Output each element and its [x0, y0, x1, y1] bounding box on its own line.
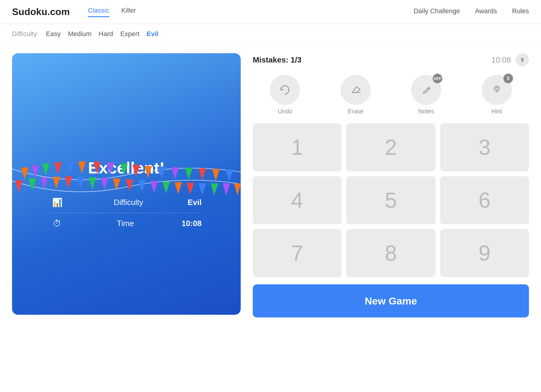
svg-marker-35: [234, 183, 241, 195]
diff-hard[interactable]: Hard: [99, 30, 113, 38]
svg-marker-19: [41, 177, 48, 189]
svg-marker-20: [53, 177, 60, 189]
new-game-button[interactable]: New Game: [253, 284, 529, 317]
svg-marker-24: [101, 178, 108, 190]
undo-circle: [270, 75, 300, 105]
hint-circle: 3: [482, 75, 512, 105]
nav-rules[interactable]: Rules: [512, 7, 529, 17]
diff-easy[interactable]: Easy: [46, 30, 61, 38]
nav-classic[interactable]: Classic: [88, 7, 109, 17]
svg-marker-27: [138, 180, 146, 192]
timer-display: 10:08: [491, 55, 511, 65]
svg-marker-2: [42, 164, 50, 176]
undo-tool[interactable]: Undo: [253, 75, 317, 115]
mistakes-display: Mistakes: 1/3: [253, 55, 491, 65]
svg-marker-32: [199, 183, 206, 195]
svg-marker-5: [78, 161, 86, 173]
svg-marker-26: [126, 179, 133, 191]
celebration-panel: Excellent! 📊 Difficulty Evil ⏱ Time 10:0…: [12, 53, 241, 315]
svg-marker-6: [93, 162, 101, 174]
svg-marker-34: [223, 183, 230, 195]
svg-marker-12: [172, 167, 179, 179]
number-6[interactable]: 6: [440, 176, 529, 224]
number-2[interactable]: 2: [346, 123, 435, 171]
number-5[interactable]: 5: [346, 176, 435, 224]
undo-label: Undo: [278, 108, 292, 115]
svg-marker-16: [226, 170, 233, 182]
svg-marker-23: [89, 177, 96, 189]
svg-marker-31: [187, 183, 194, 195]
svg-marker-28: [150, 181, 158, 193]
number-4[interactable]: 4: [253, 176, 342, 224]
diff-expert[interactable]: Expert: [120, 30, 140, 38]
svg-marker-10: [144, 166, 152, 178]
svg-marker-15: [212, 169, 220, 181]
right-panel: Mistakes: 1/3 10:08 ⏸ Undo: [253, 53, 529, 317]
svg-marker-22: [77, 177, 84, 189]
svg-line-37: [428, 88, 429, 90]
hint-badge: 3: [503, 74, 513, 83]
erase-tool[interactable]: Erase: [323, 75, 388, 115]
nav-awards[interactable]: Awards: [475, 7, 497, 17]
erase-label: Erase: [348, 108, 363, 115]
svg-marker-25: [113, 179, 120, 191]
nav-right: Daily Challenge Awards Rules: [414, 7, 529, 17]
diff-medium[interactable]: Medium: [68, 30, 91, 38]
svg-marker-13: [185, 168, 193, 180]
difficulty-bar: Difficulty: Easy Medium Hard Expert Evil: [0, 24, 541, 44]
erase-icon: [349, 84, 362, 96]
pause-button[interactable]: ⏸: [516, 53, 529, 66]
number-1[interactable]: 1: [253, 123, 342, 171]
notes-tool[interactable]: OFF Notes: [394, 75, 459, 115]
erase-circle: [341, 75, 371, 105]
diff-evil[interactable]: Evil: [147, 30, 158, 38]
hint-tool[interactable]: 3 Hint: [465, 75, 529, 115]
number-8[interactable]: 8: [346, 229, 435, 277]
difficulty-prefix: Difficulty:: [12, 30, 39, 38]
svg-marker-3: [54, 162, 62, 174]
hint-label: Hint: [491, 108, 502, 115]
notes-circle: OFF: [411, 75, 441, 105]
number-3[interactable]: 3: [440, 123, 529, 171]
bunting-decoration: [12, 53, 241, 315]
svg-marker-7: [107, 162, 114, 174]
svg-marker-21: [65, 176, 72, 188]
svg-marker-8: [120, 164, 128, 176]
undo-icon: [279, 84, 291, 96]
number-7[interactable]: 7: [253, 229, 342, 277]
nav-killer[interactable]: Killer: [121, 7, 136, 17]
svg-marker-4: [66, 162, 74, 174]
svg-marker-30: [175, 182, 182, 194]
svg-marker-18: [29, 179, 36, 191]
svg-point-39: [496, 92, 497, 93]
notes-badge: OFF: [433, 74, 442, 83]
main-content: Excellent! 📊 Difficulty Evil ⏱ Time 10:0…: [0, 44, 541, 326]
svg-marker-29: [162, 182, 170, 194]
nav-daily-challenge[interactable]: Daily Challenge: [414, 7, 460, 17]
notes-label: Notes: [418, 108, 434, 115]
number-9[interactable]: 9: [440, 229, 529, 277]
svg-marker-17: [15, 180, 23, 192]
nav-left: Classic Killer: [88, 7, 136, 17]
hint-icon: [490, 84, 503, 96]
svg-marker-9: [132, 165, 140, 177]
svg-marker-33: [211, 183, 218, 195]
number-grid: 1 2 3 4 5 6 7 8 9: [253, 123, 529, 277]
logo: Sudoku.com: [12, 6, 70, 17]
svg-marker-11: [158, 167, 165, 179]
header: Sudoku.com Classic Killer Daily Challeng…: [0, 0, 541, 24]
tools-row: Undo Erase OFF: [253, 75, 529, 115]
notes-icon: [420, 84, 432, 96]
svg-marker-14: [199, 168, 206, 180]
top-row: Mistakes: 1/3 10:08 ⏸: [253, 53, 529, 66]
